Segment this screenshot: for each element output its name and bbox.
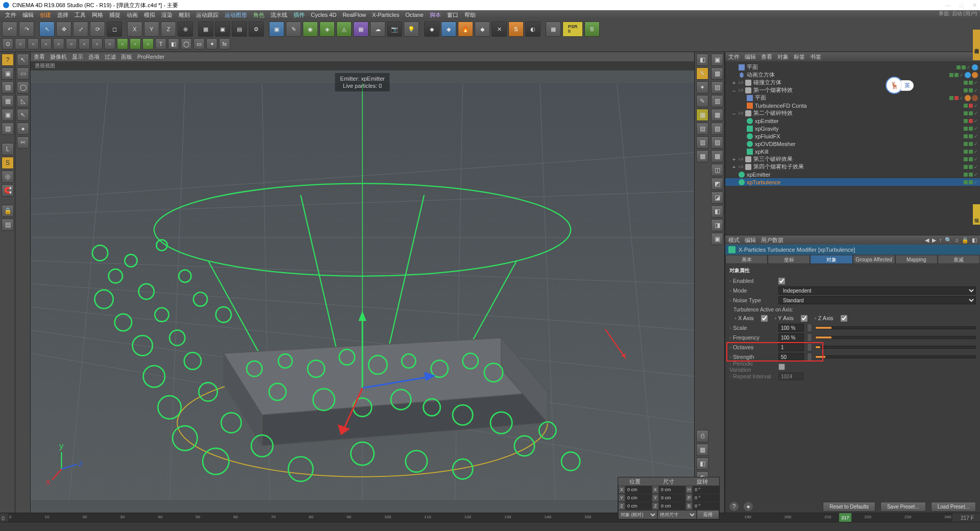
plugin-7-button[interactable]: ▦ — [546, 21, 561, 37]
tool-b11[interactable]: ▫ — [142, 38, 154, 50]
brush-tool[interactable]: ● — [17, 123, 29, 135]
attr-menu-userdata[interactable]: 用户数据 — [761, 236, 783, 244]
environment-button[interactable]: ☁ — [370, 21, 385, 37]
tool-b16[interactable]: ✦ — [206, 38, 217, 50]
vrt5[interactable]: ▦ — [696, 109, 708, 121]
attr-tab-对象[interactable]: 对象 — [810, 255, 852, 264]
vr2-5[interactable]: ▦ — [711, 109, 723, 121]
tool-b14[interactable]: ◯ — [181, 38, 192, 50]
menu-运动跟踪[interactable]: 运动跟踪 — [194, 11, 220, 19]
vp-menu-显示[interactable]: 显示 — [72, 53, 83, 61]
generator-button[interactable]: ◈ — [320, 21, 335, 37]
cam-icon[interactable]: ● — [744, 502, 753, 511]
menu-X-Particles[interactable]: X-Particles — [370, 12, 401, 18]
menu-雕刻[interactable]: 雕刻 — [177, 11, 192, 19]
vrt7[interactable]: ▥ — [696, 136, 708, 149]
tool-b5[interactable]: ▫ — [66, 38, 77, 50]
menu-角色[interactable]: 角色 — [251, 11, 266, 19]
attr-xaxis-check[interactable] — [761, 315, 768, 322]
attr-freq-slider[interactable] — [815, 336, 976, 339]
objmgr-menu-标签[interactable]: 标签 — [794, 53, 805, 61]
attr-back-icon[interactable]: ◀ — [925, 237, 929, 244]
rect-select-tool[interactable]: ▭ — [17, 67, 29, 80]
attr-menu-edit[interactable]: 编辑 — [745, 236, 756, 244]
axis-y-button[interactable]: Y — [144, 21, 159, 37]
recent-tool[interactable]: ◻ — [107, 21, 122, 37]
objmgr-menu-对象[interactable]: 对象 — [777, 53, 789, 61]
knife-tool[interactable]: ✂ — [17, 136, 29, 149]
tool-b15[interactable]: ▭ — [193, 38, 205, 50]
vrt9[interactable]: ⎙ — [696, 430, 708, 442]
render-region-button[interactable]: ▣ — [215, 21, 230, 37]
attr-noise-select[interactable]: Standard — [778, 296, 976, 304]
attr-tab-衰减[interactable]: 衰减 — [938, 255, 980, 264]
menu-帮助[interactable]: 帮助 — [462, 11, 478, 19]
coord-system-button[interactable]: ⊕ — [178, 21, 193, 37]
reset-defaults-button[interactable]: Reset to Defaults — [823, 502, 875, 512]
minimize-button[interactable]: — — [945, 2, 950, 9]
vrt11[interactable]: ◧ — [696, 457, 708, 470]
tree-item-xpGravity[interactable]: xpGravity✓ — [725, 125, 980, 132]
attr-new-icon[interactable]: ◧ — [972, 237, 977, 244]
spinner[interactable] — [807, 324, 812, 332]
tool-b3[interactable]: ▫ — [40, 38, 52, 50]
attr-lock-icon[interactable]: 🔒 — [962, 237, 969, 244]
menu-文件[interactable]: 文件 — [3, 11, 18, 19]
tree-item-TurbulenceFD Conta[interactable]: TurbulenceFD Conta✓ — [725, 102, 980, 109]
menu-创建[interactable]: 创建 — [38, 11, 53, 19]
objmgr-menu-编辑[interactable]: 编辑 — [745, 53, 756, 61]
vr2-1[interactable]: ▣ — [711, 54, 723, 66]
tree-item-平面[interactable]: 平面✓ — [725, 94, 980, 102]
plugin-6-button[interactable]: ◐ — [525, 21, 541, 37]
menu-网格[interactable]: 网格 — [90, 11, 105, 19]
vp-menu-查看[interactable]: 查看 — [34, 53, 45, 61]
texture-mode-button[interactable]: ▦ — [2, 95, 14, 107]
attr-str-input[interactable] — [778, 353, 804, 361]
menu-渲染[interactable]: 渲染 — [159, 11, 175, 19]
menu-模拟[interactable]: 模拟 — [142, 11, 157, 19]
attr-menu-mode[interactable]: 模式 — [728, 236, 740, 244]
plugin-3-button[interactable]: 🔥 — [458, 21, 473, 37]
vrt4[interactable]: ✎ — [696, 95, 708, 107]
menu-运动图形[interactable]: 运动图形 — [223, 11, 249, 19]
vr2-3[interactable]: ▤ — [711, 81, 723, 93]
tree-item-第一个烟雾特效[interactable]: –L0第一个烟雾特效✓ — [725, 86, 980, 94]
maximize-button[interactable]: □ — [960, 2, 963, 9]
snap-button[interactable]: ⊙ — [2, 38, 13, 50]
ime-badge[interactable]: 🦌 英 — [886, 77, 914, 94]
coord-mode-1[interactable]: 对象 (相对) — [618, 510, 657, 519]
model-mode-button[interactable]: ▨ — [2, 81, 14, 93]
lasso-tool[interactable]: ◯ — [17, 81, 29, 93]
attr-tab-坐标[interactable]: 坐标 — [768, 255, 810, 264]
coord-apply-button[interactable]: 应用 — [697, 510, 719, 519]
attr-tab-Groups Affected[interactable]: Groups Affected — [853, 255, 895, 264]
objmgr-menu-查看[interactable]: 查看 — [761, 53, 772, 61]
tool-b4[interactable]: ▫ — [53, 38, 64, 50]
menu-Octane[interactable]: Octane — [403, 12, 425, 18]
menu-RealFlow[interactable]: RealFlow — [340, 12, 368, 18]
tree-item-xpEmitter[interactable]: xpEmitter✓ — [725, 117, 980, 125]
attr-scale-slider[interactable] — [815, 326, 976, 329]
vr2-6[interactable]: ▧ — [711, 123, 723, 135]
tree-item-平面[interactable]: 平面✓ — [725, 63, 980, 71]
vrt1[interactable]: ◧ — [696, 54, 708, 66]
light-button[interactable]: 💡 — [404, 21, 419, 37]
menu-脚本[interactable]: 脚本 — [428, 11, 443, 19]
attr-freq-input[interactable] — [778, 333, 804, 342]
lock-button[interactable]: 🔒 — [2, 205, 14, 217]
vp-menu-面板[interactable]: 面板 — [121, 53, 132, 61]
objmgr-menu-文件[interactable]: 文件 — [728, 53, 740, 61]
plugin-4-button[interactable]: ◆ — [475, 21, 490, 37]
side-tab-2[interactable]: 属性 — [973, 204, 980, 225]
tool-b12[interactable]: T — [155, 38, 166, 50]
vr2-9[interactable]: ◫ — [711, 164, 723, 176]
attr-mode-select[interactable]: Independent — [778, 286, 976, 295]
nurbs-button[interactable]: ◉ — [303, 21, 318, 37]
layout-label[interactable]: 界面: 启动 (用户) — [939, 10, 977, 17]
spinner[interactable] — [807, 343, 812, 351]
viewport[interactable]: y z x Emitter: xpEmitterLive particles: … — [31, 70, 694, 513]
vr2-8[interactable]: ▩ — [711, 150, 723, 162]
move-tool[interactable]: ✥ — [56, 21, 71, 37]
attr-oct-slider[interactable] — [815, 346, 976, 349]
tree-item-第二个破碎特效[interactable]: –L0第二个破碎特效✓ — [725, 109, 980, 117]
